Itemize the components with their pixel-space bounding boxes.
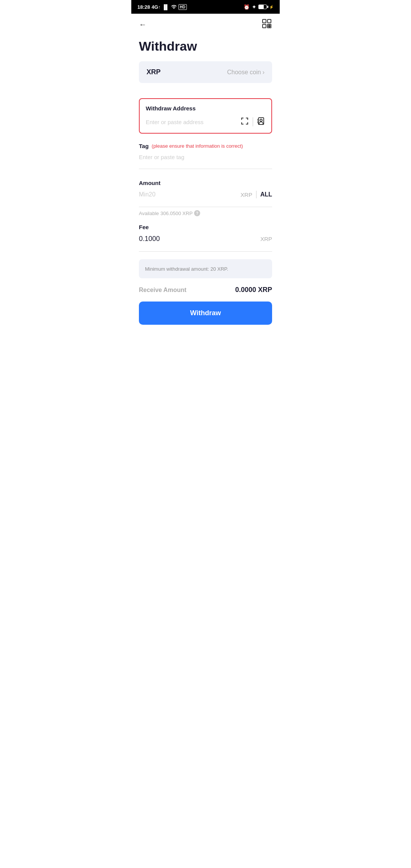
svg-rect-2 [263, 24, 266, 28]
main-content: Withdraw Address Tag (please e [131, 83, 280, 278]
address-book-icon[interactable] [257, 117, 265, 127]
fee-underline [139, 251, 272, 252]
withdraw-address-section: Withdraw Address [139, 98, 272, 134]
charging-icon: ⚡ [269, 5, 274, 9]
scan-frame-icon[interactable] [241, 117, 249, 127]
wifi-icon [171, 4, 177, 10]
hd-badge: HD [178, 4, 187, 10]
svg-rect-6 [269, 24, 271, 26]
status-bar: 18:28 4G↑ ▐▌ HD ⏰ ✦ ⚡ [131, 0, 280, 14]
receive-amount-value: 0.0000 XRP [235, 286, 272, 294]
address-section-label: Withdraw Address [146, 105, 265, 112]
status-left: 18:28 4G↑ ▐▌ HD [137, 4, 187, 10]
address-input-row [146, 117, 265, 127]
battery-icon [258, 5, 267, 9]
svg-rect-0 [263, 19, 266, 23]
info-box: Minimum withdrawal amount: 20 XRP. [139, 259, 272, 278]
receive-amount-label: Receive Amount [139, 287, 186, 294]
page-title: Withdraw [131, 35, 280, 61]
receive-amount-row: Receive Amount 0.0000 XRP [131, 286, 280, 294]
nav-bar: ← [131, 14, 280, 35]
choose-coin-button[interactable]: Choose coin › [227, 69, 264, 76]
available-balance-row: Available 306.0500 XRP ? [139, 210, 272, 216]
amount-input[interactable] [139, 191, 237, 198]
signal-icon: ▐▌ [162, 4, 169, 10]
back-button[interactable]: ← [139, 20, 147, 29]
tag-label: Tag [139, 143, 149, 149]
fee-value: 0.1000 [139, 235, 160, 243]
available-prefix: Available [139, 211, 159, 216]
fee-label: Fee [139, 224, 272, 230]
info-box-text: Minimum withdrawal amount: 20 XRP. [145, 266, 228, 272]
available-amount: 306.0500 XRP [161, 211, 193, 216]
svg-rect-3 [268, 24, 269, 26]
tag-warning-text: (please ensure that information is corre… [152, 143, 243, 149]
tag-label-row: Tag (please ensure that information is c… [139, 143, 272, 149]
tag-section: Tag (please ensure that information is c… [139, 143, 272, 169]
fee-row: 0.1000 XRP [139, 235, 272, 247]
tag-underline [139, 169, 272, 169]
amount-input-row: XRP ALL [139, 191, 272, 202]
bluetooth-icon: ✦ [252, 4, 256, 10]
all-button[interactable]: ALL [260, 191, 272, 198]
info-icon[interactable]: ? [194, 210, 200, 216]
status-right: ⏰ ✦ ⚡ [244, 4, 274, 10]
choose-coin-label: Choose coin [227, 69, 261, 76]
coin-selector[interactable]: XRP Choose coin › [139, 61, 272, 83]
amount-underline [139, 207, 272, 207]
alarm-icon: ⏰ [244, 4, 250, 10]
fee-currency: XRP [260, 236, 272, 242]
amount-section: Amount XRP ALL Available 306.0500 XRP ? [139, 180, 272, 216]
selected-coin-name: XRP [147, 68, 161, 76]
time-display: 18:28 [137, 4, 150, 10]
scan-qr-icon-btn[interactable] [261, 18, 272, 30]
amount-divider [256, 191, 256, 198]
svg-point-8 [260, 119, 262, 121]
chevron-right-icon: › [263, 69, 264, 76]
svg-rect-1 [268, 19, 271, 23]
withdraw-button[interactable]: Withdraw [139, 302, 272, 325]
icon-divider [253, 117, 253, 126]
fee-section: Fee 0.1000 XRP [139, 224, 272, 252]
amount-label: Amount [139, 180, 272, 186]
address-input[interactable] [146, 119, 237, 125]
svg-rect-4 [269, 26, 271, 28]
amount-currency-label: XRP [241, 191, 252, 198]
tag-input[interactable] [139, 154, 272, 164]
network-indicator: 4G↑ [151, 4, 161, 10]
svg-rect-5 [268, 26, 269, 28]
